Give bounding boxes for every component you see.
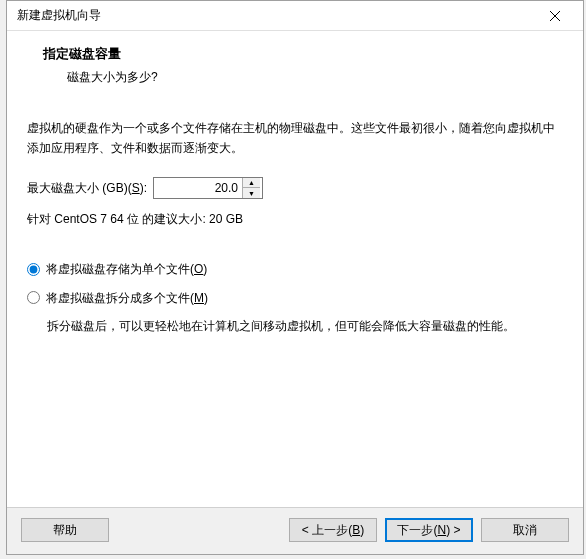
recommend-text: 针对 CentOS 7 64 位 的建议大小: 20 GB: [27, 209, 563, 229]
next-key: N: [437, 523, 446, 537]
back-button[interactable]: < 上一步(B): [289, 518, 377, 542]
radio-split-key: M: [194, 291, 204, 305]
next-prefix: 下一步(: [397, 523, 437, 537]
disk-size-label: 最大磁盘大小 (GB)(S):: [27, 178, 147, 198]
radio-single-file-label: 将虚拟磁盘存储为单个文件(O): [46, 259, 207, 279]
close-button[interactable]: [535, 2, 575, 30]
window-title: 新建虚拟机向导: [17, 7, 101, 24]
radio-single-file-input[interactable]: [27, 263, 40, 276]
radio-split-files[interactable]: 将虚拟磁盘拆分成多个文件(M): [27, 288, 563, 308]
radio-single-file[interactable]: 将虚拟磁盘存储为单个文件(O): [27, 259, 563, 279]
titlebar: 新建虚拟机向导: [7, 1, 583, 31]
disk-size-label-prefix: 最大磁盘大小 (GB)(: [27, 181, 132, 195]
wizard-header: 指定磁盘容量 磁盘大小为多少?: [7, 31, 583, 98]
radio-split-files-input[interactable]: [27, 291, 40, 304]
next-suffix: ) >: [446, 523, 460, 537]
back-prefix: < 上一步(: [302, 523, 352, 537]
header-title: 指定磁盘容量: [43, 45, 583, 63]
disk-size-label-key: S: [132, 181, 140, 195]
disk-size-input[interactable]: [154, 178, 242, 198]
header-subtitle: 磁盘大小为多少?: [67, 69, 583, 86]
wizard-footer: 帮助 < 上一步(B) 下一步(N) > 取消: [7, 507, 583, 554]
intro-text: 虚拟机的硬盘作为一个或多个文件存储在主机的物理磁盘中。这些文件最初很小，随着您向…: [27, 118, 563, 159]
radio-split-suffix: ): [204, 291, 208, 305]
disk-size-spinner: ▲ ▼: [153, 177, 263, 199]
radio-split-files-label: 将虚拟磁盘拆分成多个文件(M): [46, 288, 208, 308]
disk-storage-radio-group: 将虚拟磁盘存储为单个文件(O) 将虚拟磁盘拆分成多个文件(M) 拆分磁盘后，可以…: [27, 259, 563, 336]
next-button[interactable]: 下一步(N) >: [385, 518, 473, 542]
back-key: B: [352, 523, 360, 537]
back-suffix: ): [360, 523, 364, 537]
close-icon: [549, 10, 561, 22]
disk-size-label-suffix: ):: [140, 181, 147, 195]
disk-size-row: 最大磁盘大小 (GB)(S): ▲ ▼: [27, 177, 563, 199]
cancel-button[interactable]: 取消: [481, 518, 569, 542]
radio-split-description: 拆分磁盘后，可以更轻松地在计算机之间移动虚拟机，但可能会降低大容量磁盘的性能。: [47, 316, 563, 336]
spinner-up-button[interactable]: ▲: [243, 178, 260, 189]
radio-single-prefix: 将虚拟磁盘存储为单个文件(: [46, 262, 194, 276]
spinner-down-button[interactable]: ▼: [243, 188, 260, 198]
radio-single-suffix: ): [203, 262, 207, 276]
wizard-dialog: 新建虚拟机向导 指定磁盘容量 磁盘大小为多少? 虚拟机的硬盘作为一个或多个文件存…: [6, 0, 584, 555]
wizard-content: 虚拟机的硬盘作为一个或多个文件存储在主机的物理磁盘中。这些文件最初很小，随着您向…: [7, 98, 583, 507]
radio-single-key: O: [194, 262, 203, 276]
spinner-buttons: ▲ ▼: [242, 178, 260, 198]
radio-split-prefix: 将虚拟磁盘拆分成多个文件(: [46, 291, 194, 305]
help-button[interactable]: 帮助: [21, 518, 109, 542]
